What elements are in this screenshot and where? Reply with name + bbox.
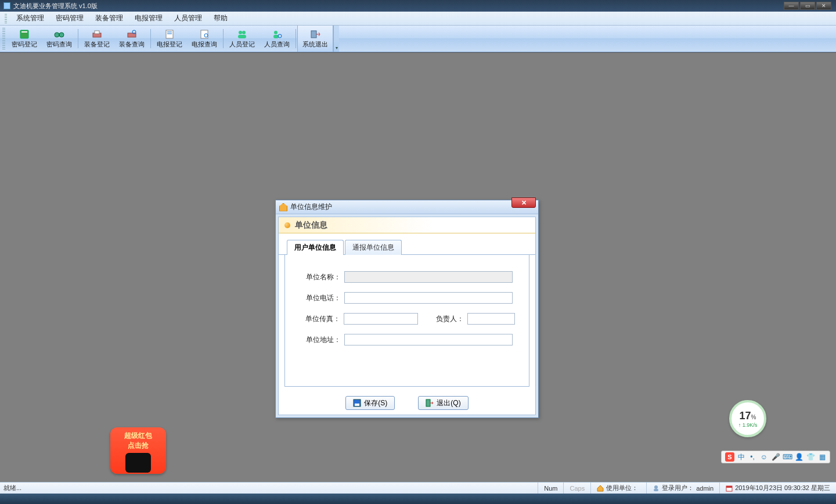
menu-telegram[interactable]: 电报管理 [129,12,168,25]
toolbar-separator [223,29,224,48]
tb-password-query[interactable]: 密码查询 [42,26,77,52]
home-icon [279,203,287,211]
app-title: 文迪机要业务管理系统 v1.0版 [13,2,98,10]
ime-skin-icon[interactable]: 👕 [806,453,815,461]
svg-rect-26 [726,486,732,488]
people-icon [236,29,248,39]
ime-keyboard-icon[interactable]: ⌨ [783,453,791,461]
tb-label: 装备登记 [84,40,110,49]
menu-system[interactable]: 系统管理 [10,12,50,25]
save-label: 保存(S) [364,398,387,408]
tb-label: 系统退出 [302,40,328,49]
tb-telegram-query[interactable]: 电报查询 [187,26,222,52]
promo-ad[interactable]: 超级红包 点击抢 [110,427,166,474]
ime-mic-icon[interactable]: 🎤 [772,453,780,461]
ime-lang[interactable]: 中 [738,452,745,462]
label-unit-name: 单位名称： [299,272,341,282]
app-titlebar: 文迪机要业务管理系统 v1.0版 [0,0,98,12]
app-icon [3,2,10,9]
exit-icon [309,29,321,39]
os-close-button[interactable]: ✕ [816,2,831,10]
tb-system-exit[interactable]: 系统退出 [297,26,333,52]
tab-user-unit[interactable]: 用户单位信息 [287,240,344,255]
toolbar: 密码登记 密码查询 装备登记 装备查询 电报登记 电报查询 人员登记 人员查询 … [0,26,836,52]
tb-label: 人员登记 [229,40,255,49]
exit-button[interactable]: 退出(Q) [418,396,468,410]
ime-tool-icon[interactable]: ▦ [818,453,826,461]
menu-help[interactable]: 帮助 [208,12,233,25]
os-taskbar[interactable] [0,494,836,504]
input-unit-fax[interactable] [344,313,418,325]
net-speed: 1.9K/s [743,422,758,428]
tb-label: 电报登记 [157,40,182,49]
tb-label: 密码查询 [46,40,72,49]
status-datetime: 2019年10月23日 09:30:32 星期三 [719,483,836,494]
tb-label: 电报查询 [192,40,217,49]
tb-equipment-register[interactable]: 装备登记 [80,26,114,52]
svg-rect-22 [426,399,430,406]
menu-equipment[interactable]: 装备管理 [89,12,129,25]
svg-rect-19 [311,31,316,38]
exit-door-icon [426,399,434,407]
promo-line1: 超级红包 [124,431,152,441]
label-unit-fax: 单位传真： [299,314,340,324]
tb-password-register[interactable]: 密码登记 [7,26,42,52]
home-icon [597,485,604,492]
os-maximize-button[interactable]: ▭ [800,2,815,10]
svg-rect-15 [238,35,246,38]
svg-rect-24 [654,489,658,491]
label-leader: 负责人： [425,314,464,324]
sogou-logo-icon[interactable]: S [725,452,734,462]
dialog-buttons: 保存(S) 退出(Q) [279,391,535,415]
input-unit-name[interactable] [344,271,513,283]
svg-point-2 [55,33,59,37]
toolbar-overflow[interactable]: ▾ [333,26,339,52]
svg-point-14 [242,31,246,34]
user-icon [653,485,660,492]
section-header: 单位信息 [279,217,535,233]
input-unit-phone[interactable] [344,292,513,304]
input-unit-addr[interactable] [344,334,513,345]
tb-personnel-register[interactable]: 人员登记 [225,26,260,52]
dialog-body: 单位信息 用户单位信息 通报单位信息 单位名称： 单位电话： 单位传真： 负 [278,217,536,415]
ime-person-icon[interactable]: 👤 [795,453,803,461]
person-search-icon [271,29,283,39]
dialog-close-button[interactable]: ✕ [511,197,536,208]
dialog-titlebar[interactable]: 单位信息维护 ✕ [276,200,538,214]
calendar-icon [726,485,733,492]
label-unit-addr: 单位地址： [299,335,341,345]
book-icon [19,29,30,39]
net-percent: 17 [740,410,751,422]
menubar: 系统管理 密码管理 装备管理 电报管理 人员管理 帮助 [0,12,836,26]
tb-label: 装备查询 [119,40,145,49]
menubar-gripper [5,14,7,23]
tb-label: 密码登记 [12,40,37,49]
menu-password[interactable]: 密码管理 [50,12,89,25]
save-button[interactable]: 保存(S) [345,396,395,410]
os-minimize-button[interactable]: — [784,2,799,10]
tb-personnel-query[interactable]: 人员查询 [260,26,294,52]
mdi-workspace: 单位信息维护 ✕ 单位信息 用户单位信息 通报单位信息 单位名称： 单位电话： [0,52,836,487]
input-leader[interactable] [467,313,515,325]
bullet-icon [284,222,290,228]
tab-report-unit[interactable]: 通报单位信息 [345,240,402,255]
ime-punct-icon[interactable]: •, [748,453,756,461]
form-area: 单位名称： 单位电话： 单位传真： 负责人： 单位地址： [284,255,529,387]
tb-equipment-query[interactable]: 装备查询 [114,26,149,52]
svg-point-23 [654,485,658,489]
network-speed-widget[interactable]: 17% ↑ 1.9K/s [729,400,766,437]
svg-point-3 [59,33,64,37]
tb-telegram-register[interactable]: 电报登记 [152,26,187,52]
save-icon [353,399,361,407]
menu-personnel[interactable]: 人员管理 [168,12,208,25]
status-caps: Caps [563,483,590,494]
svg-point-16 [274,31,278,34]
ime-face-icon[interactable]: ☺ [760,453,768,461]
ime-toolbar[interactable]: S 中 •, ☺ 🎤 ⌨ 👤 👕 ▦ [721,451,830,463]
status-ready: 就绪... [0,484,538,492]
toolbar-gripper [2,28,5,49]
document-search-icon [199,29,210,39]
svg-rect-21 [355,404,359,406]
os-titlebar: — ▭ ✕ [0,0,836,12]
svg-point-13 [239,31,242,34]
